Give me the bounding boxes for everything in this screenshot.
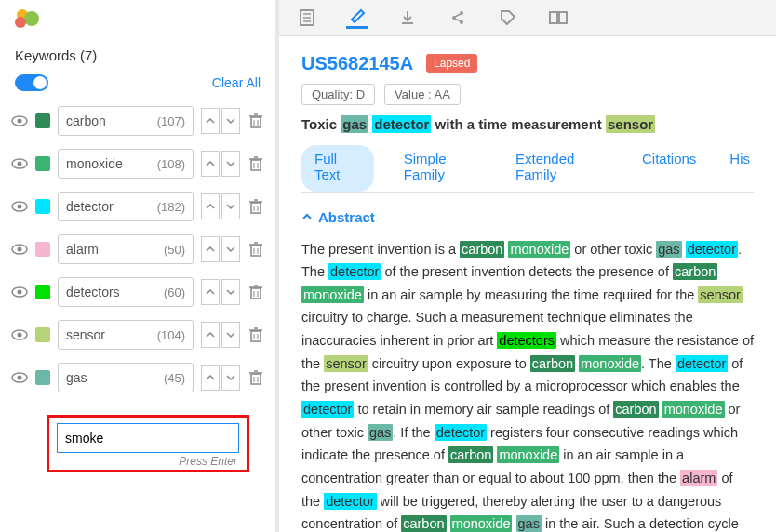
keyword-label: carbon — [66, 113, 106, 128]
svg-point-46 — [18, 376, 22, 380]
svg-rect-62 — [559, 12, 567, 23]
keyword-box[interactable]: detectors(60) — [58, 277, 194, 307]
color-swatch[interactable] — [35, 242, 50, 257]
delete-keyword-button[interactable] — [248, 284, 264, 300]
keyword-row: carbon(107) — [11, 106, 264, 136]
next-match-button[interactable] — [221, 151, 240, 177]
tab-history[interactable]: His — [726, 145, 754, 192]
color-swatch[interactable] — [35, 327, 50, 342]
patent-id[interactable]: US5682145A — [301, 53, 413, 74]
keyword-label: detector — [66, 199, 114, 214]
keyword-count: (45) — [164, 371, 185, 385]
keyword-count: (182) — [157, 200, 185, 214]
svg-rect-40 — [251, 331, 261, 341]
keyword-box[interactable]: monoxide(108) — [58, 149, 194, 179]
keyword-box[interactable]: detector(182) — [58, 192, 194, 221]
abstract-body: The present invention is a carbon monoxi… — [301, 238, 754, 533]
keyword-box[interactable]: alarm(50) — [58, 234, 194, 264]
keyword-row: monoxide(108) — [11, 149, 264, 179]
delete-keyword-button[interactable] — [248, 241, 264, 258]
delete-keyword-button[interactable] — [248, 113, 264, 129]
delete-keyword-button[interactable] — [248, 155, 264, 172]
color-swatch[interactable] — [35, 156, 50, 171]
keyword-box[interactable]: sensor(104) — [58, 320, 194, 350]
visibility-icon[interactable] — [11, 157, 28, 170]
next-match-button[interactable] — [221, 365, 240, 391]
color-swatch[interactable] — [35, 113, 50, 128]
prev-match-button[interactable] — [201, 279, 220, 305]
share-icon[interactable] — [447, 7, 469, 29]
svg-rect-47 — [251, 374, 261, 384]
app-logo — [13, 7, 43, 30]
keyword-row: gas(45) — [11, 363, 264, 392]
delete-keyword-button[interactable] — [248, 369, 264, 386]
keyword-label: sensor — [66, 327, 105, 342]
keyword-label: monoxide — [66, 156, 123, 171]
tab-extended-family[interactable]: Extended Family — [512, 145, 612, 192]
highlighter-icon[interactable] — [346, 7, 368, 29]
content-area: US5682145A Lapsed Quality: D Value : AA … — [279, 36, 776, 533]
prev-match-button[interactable] — [201, 322, 220, 348]
keywords-toggle[interactable] — [15, 74, 48, 91]
keyword-label: gas — [66, 370, 87, 385]
next-match-button[interactable] — [221, 108, 240, 134]
delete-keyword-button[interactable] — [248, 326, 264, 343]
next-match-button[interactable] — [221, 193, 240, 219]
color-swatch[interactable] — [35, 370, 50, 385]
prev-match-button[interactable] — [201, 365, 220, 391]
compare-icon[interactable] — [547, 7, 569, 29]
svg-point-2 — [15, 17, 26, 28]
new-keyword-input[interactable] — [57, 423, 239, 453]
color-swatch[interactable] — [35, 199, 50, 214]
prev-match-button[interactable] — [201, 151, 220, 177]
prev-match-button[interactable] — [201, 193, 220, 219]
keyword-row: sensor(104) — [11, 320, 264, 350]
svg-point-1 — [24, 11, 39, 26]
next-match-button[interactable] — [221, 279, 240, 305]
value-badge: Value : AA — [384, 84, 461, 105]
clear-all-link[interactable]: Clear All — [212, 75, 261, 90]
tab-citations[interactable]: Citations — [638, 145, 700, 192]
visibility-icon[interactable] — [11, 286, 28, 299]
svg-point-25 — [18, 247, 22, 252]
next-match-button[interactable] — [221, 236, 240, 262]
keyword-count: (107) — [157, 114, 185, 128]
svg-rect-19 — [251, 203, 261, 213]
prev-match-button[interactable] — [201, 108, 220, 134]
content-tabs: Full Text Simple Family Extended Family … — [301, 145, 754, 193]
next-match-button[interactable] — [221, 322, 240, 348]
prev-match-button[interactable] — [201, 236, 220, 262]
tag-icon[interactable] — [497, 7, 519, 29]
abstract-header[interactable]: Abstract — [301, 209, 754, 225]
visibility-icon[interactable] — [11, 243, 28, 256]
tab-simple-family[interactable]: Simple Family — [400, 145, 486, 192]
visibility-icon[interactable] — [11, 114, 28, 127]
visibility-icon[interactable] — [11, 200, 28, 213]
press-enter-hint: Press Enter — [179, 455, 237, 468]
svg-point-39 — [18, 333, 22, 338]
patent-title: Toxic gas detector with a time measureme… — [301, 116, 754, 132]
keyword-row: detector(182) — [11, 192, 264, 221]
abstract-label: Abstract — [318, 209, 375, 225]
keywords-sidebar: Keywords (7) Clear All carbon(107)monoxi… — [0, 0, 279, 532]
tab-full-text[interactable]: Full Text — [301, 145, 374, 192]
keyword-box[interactable]: carbon(107) — [58, 106, 194, 136]
main-toolbar — [279, 0, 776, 36]
keyword-count: (104) — [157, 328, 185, 342]
keyword-count: (60) — [164, 286, 185, 299]
svg-rect-26 — [251, 246, 261, 256]
new-keyword-wrapper: Press Enter — [47, 415, 249, 472]
visibility-icon[interactable] — [11, 371, 28, 384]
visibility-icon[interactable] — [11, 328, 28, 341]
color-swatch[interactable] — [35, 285, 50, 299]
svg-rect-5 — [251, 117, 261, 127]
svg-point-18 — [18, 205, 22, 209]
keyword-row: alarm(50) — [11, 234, 264, 264]
keywords-list: carbon(107)monoxide(108)detector(182)ala… — [0, 100, 275, 411]
svg-line-60 — [455, 19, 461, 21]
download-icon[interactable] — [396, 7, 419, 29]
keyword-label: alarm — [66, 242, 99, 257]
keyword-box[interactable]: gas(45) — [58, 363, 194, 392]
delete-keyword-button[interactable] — [248, 198, 264, 215]
document-icon[interactable] — [296, 7, 318, 29]
